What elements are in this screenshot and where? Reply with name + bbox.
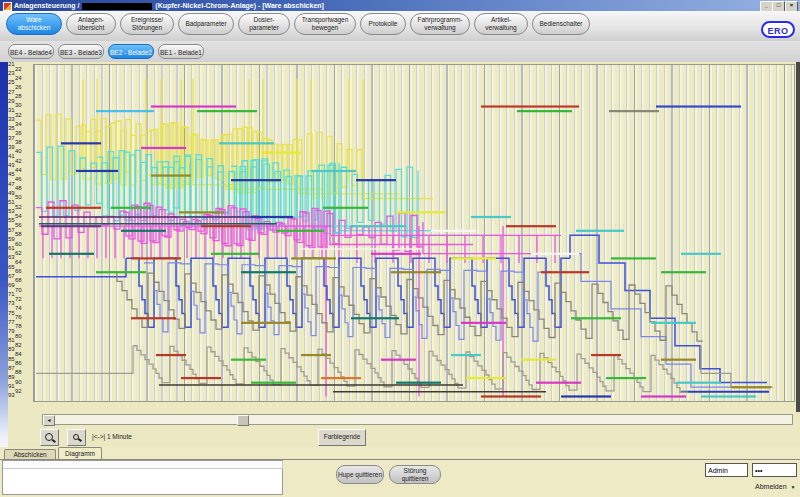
scrollbar-left-arrow-icon[interactable]: ◄ <box>43 415 55 426</box>
axis-label: 57 <box>8 227 15 233</box>
toolbar-button-protokolle[interactable]: Protokolle <box>360 13 406 35</box>
ero-logo: ERO <box>761 21 795 38</box>
load-tab-be1[interactable]: BE1 - Belade1 <box>158 44 204 59</box>
toolbar-button-label: parameter <box>249 24 279 32</box>
toolbar-button-badparameter[interactable]: Badparameter <box>178 13 234 35</box>
goods-bar <box>396 211 446 213</box>
axis-label: 43 <box>8 162 15 168</box>
toolbar-button-label: übersicht <box>78 24 104 32</box>
axis-label: 51 <box>8 199 15 205</box>
bottom-tab-diagramm[interactable]: Diagramm <box>58 447 102 459</box>
load-tab-be3[interactable]: BE3 - Belade3 <box>58 44 104 59</box>
axis-label: 24 <box>15 75 22 81</box>
series-blue-light-tail <box>551 254 771 387</box>
toolbar-button-ereignissestrungen[interactable]: Ereignisse/Störungen <box>120 13 174 35</box>
goods-bar <box>681 253 721 255</box>
window-title-prefix: Anlagensteuerung / <box>14 2 79 9</box>
goods-bar <box>461 322 506 324</box>
toolbar-button-label: Anlagen- <box>78 16 104 24</box>
axis-label: 30 <box>15 102 22 108</box>
goods-bar <box>661 271 706 273</box>
axis-label: 38 <box>15 139 22 145</box>
goods-bar <box>431 230 476 232</box>
goods-bar <box>131 317 176 319</box>
axis-label: 73 <box>8 300 15 306</box>
goods-bar <box>321 377 361 379</box>
axis-label: 29 <box>8 98 15 104</box>
axis-label: 81 <box>8 337 15 343</box>
send-list[interactable] <box>2 460 283 495</box>
acknowledge-horn-button[interactable]: Hupe quittieren <box>336 465 384 484</box>
scrollbar-thumb[interactable] <box>237 415 249 426</box>
color-legend-button[interactable]: Farblegende <box>318 429 366 446</box>
goods-bar <box>181 377 221 379</box>
goods-bar <box>396 382 441 384</box>
axis-label: 78 <box>15 323 22 329</box>
axis-label: 28 <box>15 93 22 99</box>
axis-label: 22 <box>15 66 22 72</box>
toolbar-button-fahrprogrammverwaltung[interactable]: Fahrprogramm-verwaltung <box>410 13 470 35</box>
axis-label: 21 <box>8 61 15 67</box>
goods-bar <box>301 354 331 356</box>
toolbar-button-artikelverwaltung[interactable]: Artikel-verwaltung <box>474 13 528 35</box>
toolbar-button-label: Badparameter <box>185 20 226 28</box>
toolbar-button-label: Ereignisse/ <box>131 16 163 24</box>
load-tab-be2[interactable]: BE2 - Belade2 <box>108 44 154 59</box>
acknowledge-fault-button[interactable]: Störung quittieren <box>389 465 441 484</box>
password-field[interactable] <box>752 463 797 477</box>
goods-bar <box>451 354 481 356</box>
goods-bar <box>291 257 336 259</box>
axis-label: 44 <box>15 167 22 173</box>
toolbar-button-wareabschicken[interactable]: Wareabschicken <box>6 13 62 35</box>
magnifier-small-icon <box>73 434 79 440</box>
goods-bar <box>571 317 621 319</box>
toolbar-button-transportwagenbewegen[interactable]: Transportwagenbewegen <box>294 13 356 35</box>
goods-bar <box>451 257 496 259</box>
goods-bar <box>241 322 291 324</box>
goods-bar <box>231 179 281 181</box>
axis-label: 90 <box>15 379 22 385</box>
axis-label: 60 <box>15 241 22 247</box>
axis-label: 39 <box>8 144 15 150</box>
toolbar-button-label: Störungen <box>132 24 162 32</box>
axis-label: 61 <box>8 245 15 251</box>
goods-bar <box>197 110 257 112</box>
axis-label: 32 <box>15 112 22 118</box>
goods-bar <box>606 377 646 379</box>
axis-label: 25 <box>8 79 15 85</box>
axis-label: 62 <box>15 250 22 256</box>
goods-bar <box>576 230 624 232</box>
goods-bar <box>276 230 324 232</box>
horizontal-scrollbar[interactable]: ◄ <box>42 414 793 425</box>
goods-bar <box>231 359 266 361</box>
toolbar-button-label: Ware <box>26 16 41 24</box>
goods-bar <box>96 110 154 112</box>
logout-dropdown[interactable]: Abmelden ▼ <box>755 483 795 490</box>
toolbar-button-dosierparameter[interactable]: Dosier-parameter <box>238 13 290 35</box>
transport-diagram-plot <box>33 64 795 402</box>
axis-label: 42 <box>15 158 22 164</box>
axis-label: 86 <box>15 360 22 366</box>
goods-bar <box>591 354 621 356</box>
toolbar-button-anlagenbersicht[interactable]: Anlagen-übersicht <box>66 13 116 35</box>
axis-label: 87 <box>8 365 15 371</box>
bottom-tab-abschicken[interactable]: Abschicken <box>4 449 56 459</box>
axis-label: 59 <box>8 236 15 242</box>
toolbar-button-label: abschicken <box>18 24 51 32</box>
zoom-in-button[interactable] <box>40 429 59 446</box>
goods-bar <box>76 170 118 172</box>
toolbar-button-bedienschalter[interactable]: Bedienschalter <box>532 13 590 35</box>
bottom-panel: AbschickenDiagramm Hupe quittieren Störu… <box>0 447 800 497</box>
axis-label: 65 <box>8 264 15 270</box>
username-field[interactable] <box>705 463 748 477</box>
axis-label: 54 <box>15 213 22 219</box>
goods-bar <box>323 207 368 209</box>
load-tab-be4[interactable]: BE4 - Belade4 <box>8 44 54 59</box>
goods-bar <box>371 253 421 255</box>
goods-bar <box>96 271 146 273</box>
zoom-out-button[interactable] <box>67 429 86 446</box>
goods-bar <box>701 395 756 397</box>
axis-label: 74 <box>15 305 22 311</box>
left-gradient-border <box>0 62 8 458</box>
axis-label: 91 <box>8 383 15 389</box>
